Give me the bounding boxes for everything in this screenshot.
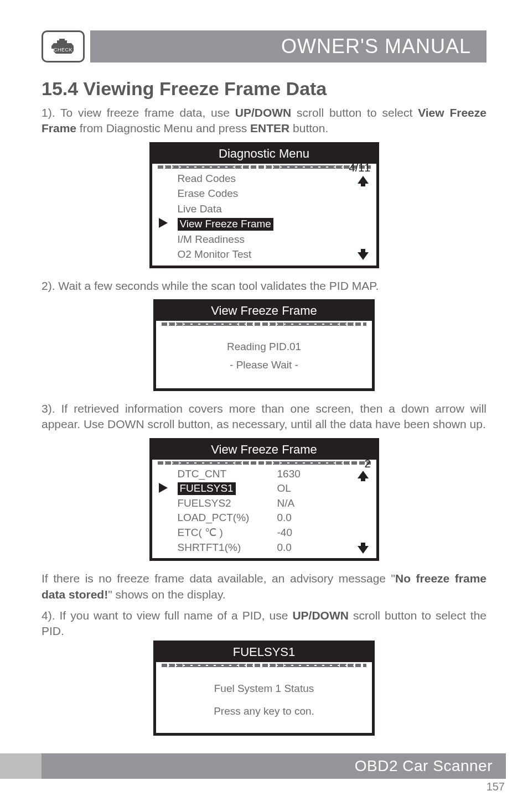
t: scroll button to select xyxy=(291,106,418,119)
data-row[interactable]: LOAD_PCT(%)0.0 xyxy=(178,511,369,525)
data-row[interactable]: SHRTFT1(%)0.0 xyxy=(178,540,369,555)
menu-item[interactable]: I/M Readiness xyxy=(178,232,369,247)
screen-freeze-frame-data: View Freeze Frame 2 DTC_CNT1630FUELSYS1O… xyxy=(149,438,379,561)
check-engine-badge: CHECK xyxy=(42,30,85,63)
menu-item[interactable]: View Freeze Frame xyxy=(178,216,369,232)
pid-detail-line-2: Press any key to con. xyxy=(162,700,366,723)
t: button. xyxy=(289,122,328,134)
scroll-down-icon xyxy=(358,252,369,260)
pid-value: N/A xyxy=(277,496,295,511)
pid-value: 1630 xyxy=(277,467,301,482)
freeze-frame-list: DTC_CNT1630FUELSYS1OLFUELSYS2N/ALOAD_PCT… xyxy=(152,466,376,559)
footer-title-bar: OBD2 Car Scanner xyxy=(42,753,506,779)
step-2-text: 2). Wait a few seconds while the scan to… xyxy=(42,278,486,294)
menu-item-label: Erase Codes xyxy=(178,188,239,199)
divider xyxy=(162,322,366,326)
pid-value: OL xyxy=(277,481,291,496)
pid-name: DTC_CNT xyxy=(178,468,227,480)
screen-title: View Freeze Frame xyxy=(156,302,372,321)
menu-item[interactable]: Read Codes xyxy=(178,171,369,186)
t: 1). To view freeze frame data, use xyxy=(42,106,235,119)
pointer-icon xyxy=(159,218,168,228)
product-name: OBD2 Car Scanner xyxy=(355,757,493,775)
screen-diagnostic-menu: Diagnostic Menu 4/11 Read CodesErase Cod… xyxy=(149,142,379,268)
screen-reading-pid: View Freeze Frame Reading PID.01 - Pleas… xyxy=(153,299,375,391)
manual-title: OWNER'S MANUAL xyxy=(281,35,471,58)
divider xyxy=(158,461,371,465)
scroll-down-icon xyxy=(358,546,369,554)
kw-updown: UP/DOWN xyxy=(235,106,292,119)
menu-item[interactable]: O2 Monitor Test xyxy=(178,247,369,262)
menu-item-label: View Freeze Frame xyxy=(178,218,273,231)
t: " shows on the display. xyxy=(108,588,226,601)
data-row[interactable]: DTC_CNT1630 xyxy=(178,467,369,482)
data-row[interactable]: ETC( ℃ )-40 xyxy=(178,525,369,540)
screen-title: View Freeze Frame xyxy=(152,441,376,460)
menu-item-label: Read Codes xyxy=(178,173,236,184)
page-number: 157 xyxy=(486,780,505,793)
reading-line-1: Reading PID.01 xyxy=(162,338,366,356)
pid-name: FUELSYS2 xyxy=(178,497,231,509)
menu-item-label: I/M Readiness xyxy=(178,233,245,245)
screen-title: Diagnostic Menu xyxy=(152,145,376,164)
menu-item-label: Live Data xyxy=(178,203,222,215)
t: If there is no freeze frame data availab… xyxy=(42,572,395,585)
divider xyxy=(158,165,371,169)
advisory-text: If there is no freeze frame data availab… xyxy=(42,571,486,602)
menu-item-label: O2 Monitor Test xyxy=(178,248,252,260)
page-footer: OBD2 Car Scanner xyxy=(0,753,506,779)
header-title-bar: OWNER'S MANUAL xyxy=(90,30,486,63)
pid-name: FUELSYS1 xyxy=(178,482,236,495)
pid-value: -40 xyxy=(277,525,292,540)
step-3-text: 3). If retrieved information covers more… xyxy=(42,401,486,433)
menu-item[interactable]: Erase Codes xyxy=(178,186,369,201)
kw-updown: UP/DOWN xyxy=(292,609,349,622)
step-4-text: 4). If you want to view full name of a P… xyxy=(42,608,486,639)
pid-name: LOAD_PCT(%) xyxy=(178,512,250,523)
screen-title: FUELSYS1 xyxy=(156,643,372,662)
page-header: CHECK OWNER'S MANUAL xyxy=(42,30,486,63)
t: 4). If you want to view full name of a P… xyxy=(42,609,292,622)
step-1-text: 1). To view freeze frame data, use UP/DO… xyxy=(42,105,486,137)
pid-detail-line-1: Fuel System 1 Status xyxy=(162,677,366,700)
menu-item[interactable]: Live Data xyxy=(178,201,369,217)
pid-value: 0.0 xyxy=(277,511,292,525)
pid-value: 0.0 xyxy=(277,540,292,555)
pid-name: SHRTFT1(%) xyxy=(178,542,241,553)
pointer-icon xyxy=(159,483,168,493)
check-label: CHECK xyxy=(43,47,83,53)
divider xyxy=(162,664,366,667)
data-row[interactable]: FUELSYS1OL xyxy=(178,481,369,496)
menu-list: Read CodesErase CodesLive DataView Freez… xyxy=(152,170,376,266)
screen-pid-detail: FUELSYS1 Fuel System 1 Status Press any … xyxy=(153,641,375,736)
reading-line-2: - Please Wait - xyxy=(162,356,366,374)
pid-name: ETC( ℃ ) xyxy=(178,527,223,538)
kw-enter: ENTER xyxy=(250,122,289,134)
data-row[interactable]: FUELSYS2N/A xyxy=(178,496,369,511)
t: from Diagnostic Menu and press xyxy=(76,122,250,134)
section-heading: 15.4 Viewing Freeze Frame Data xyxy=(42,78,486,100)
footer-accent xyxy=(0,753,42,779)
